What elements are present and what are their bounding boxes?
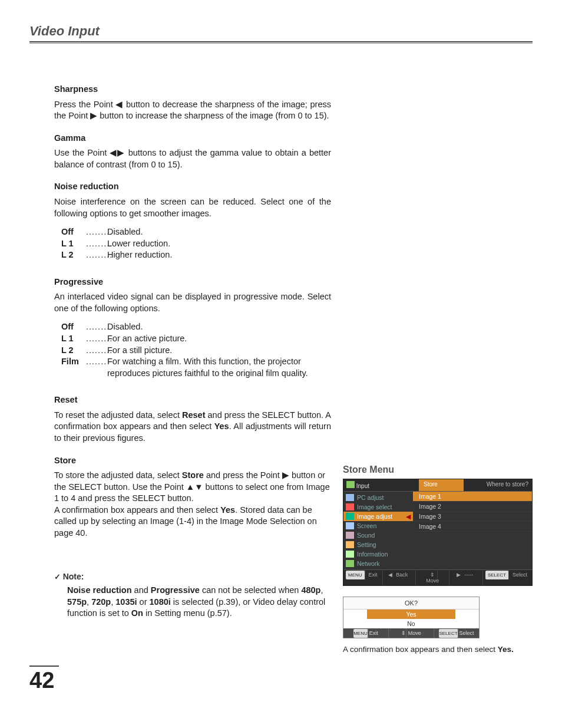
para-progressive-intro: An interlaced video signal can be displa… [54,291,331,314]
image-adjust-icon [346,513,354,520]
list-item: Image 1 [413,492,532,502]
para-store: To store the adjusted data, select Store… [54,470,331,539]
osd-image-list: Image 1 Image 2 Image 3 Image 4 [413,492,532,569]
confirm-no: No [343,619,479,628]
left-arrow-icon: ◀ [115,100,123,109]
image-select-icon [346,503,354,510]
information-icon [346,551,354,558]
confirm-box: OK? Yes No MENUExit ⇕ Move SELECTSelect [343,597,480,638]
list-item: Image 2 [413,502,532,512]
para-sharpness: Press the Point ◀ button to decrease the… [54,99,331,122]
chapter-title: Video Input [29,24,533,42]
setting-icon [346,541,354,548]
osd-where-label: Where to store? [464,479,532,491]
right-arrow-icon: ▶ [90,111,97,120]
para-noise-intro: Noise interference on the screen can be … [54,196,331,219]
confirm-yes: Yes [367,610,455,619]
screen-icon [346,522,354,529]
para-reset: To reset the adjusted data, select Reset… [54,410,331,444]
heading-gamma: Gamma [54,133,331,144]
noise-options: Off.........Disabled. L 1.........Lower … [54,226,331,261]
osd-footer: MENUExit ◀ Back ⇕ Move ▶ ----- SELECTSel… [343,569,532,585]
para-gamma: Use the Point ◀▶ buttons to adjust the g… [54,147,331,170]
note-label: Note: [54,571,331,582]
heading-noise: Noise reduction [54,181,331,193]
heading-progressive: Progressive [54,276,331,288]
figure-title: Store Menu [343,465,533,475]
figure-caption: A confirmation box appears and then sele… [343,644,533,655]
input-icon [346,481,355,488]
heading-store: Store [54,455,331,467]
note-body: Noise reduction and Progressive can not … [54,585,331,620]
osd-sidebar: PC adjust Image select Image adjust ◀ Sc… [343,492,413,569]
chapter-rule [29,43,533,44]
network-icon [346,560,354,567]
progressive-options: Off.........Disabled. L 1.........For an… [54,321,331,379]
osd-store-menu: Input Store Where to store? PC adjust Im… [343,479,533,586]
sound-icon [346,532,354,539]
page-number: 42 [29,666,59,693]
leftright-arrow-icon: ◀▶ [110,148,125,157]
list-item: Image 3 [413,512,532,522]
heading-sharpness: Sharpness [54,84,331,95]
note-block: Note: Noise reduction and Progressive ca… [54,571,331,620]
left-pointer-icon: ◀ [406,513,411,520]
osd-store-label: Store [419,479,464,491]
list-item: Image 4 [413,522,532,532]
heading-reset: Reset [54,394,331,406]
pc-adjust-icon [346,494,354,501]
confirm-title: OK? [343,597,479,610]
